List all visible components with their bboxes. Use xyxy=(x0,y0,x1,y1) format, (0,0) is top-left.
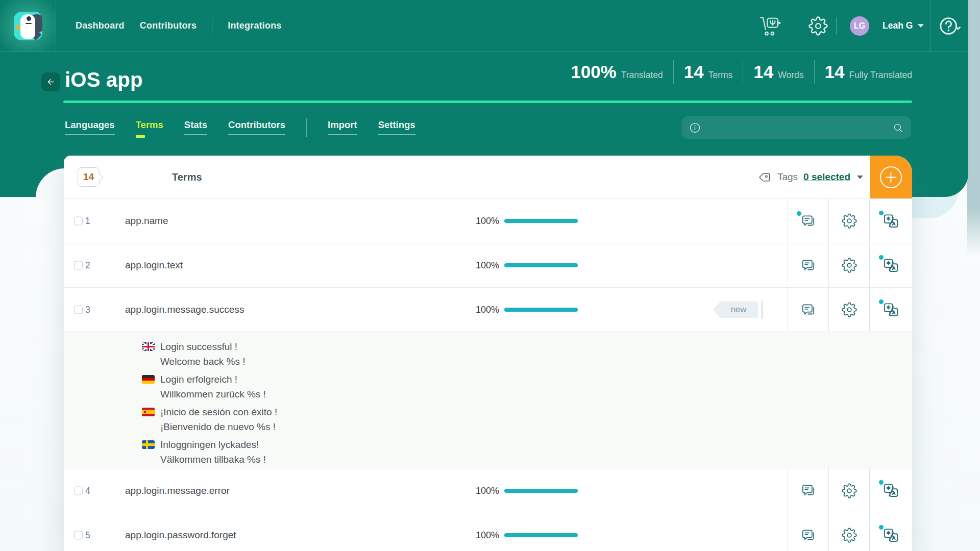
topbar: Dashboard Contributors Integrations LG L… xyxy=(0,0,968,52)
account-settings-button[interactable] xyxy=(808,16,828,36)
translation-item: ¡Inicio de sesión con éxito ! ¡Bienvenid… xyxy=(142,405,912,434)
term-progress-bar xyxy=(504,263,578,267)
nav-item-contributors[interactable]: Contributors xyxy=(140,20,197,31)
user-menu-caret-icon[interactable] xyxy=(918,24,924,28)
term-row[interactable]: 5 app.login.password.forget 100% xyxy=(64,513,912,551)
comments-icon xyxy=(800,528,816,543)
comments-icon xyxy=(800,483,816,498)
term-key[interactable]: app.login.message.error xyxy=(125,485,230,496)
term-settings-button[interactable] xyxy=(828,468,869,513)
tab-import[interactable]: Import xyxy=(328,119,357,135)
translation-line: Login successful ! xyxy=(160,339,245,354)
plus-icon xyxy=(879,165,903,189)
term-progress-bar xyxy=(504,219,578,223)
term-key[interactable]: app.login.message.success xyxy=(125,304,244,315)
nav-item-integrations[interactable]: Integrations xyxy=(228,20,281,31)
tags-filter[interactable]: Tags 0 selected xyxy=(758,156,863,198)
translations-button[interactable] xyxy=(869,243,912,287)
translation-line: ¡Bienvenido de nuevo %s ! xyxy=(160,419,277,434)
row-checkbox[interactable] xyxy=(74,531,83,540)
nav-item-dashboard[interactable]: Dashboard xyxy=(76,20,125,31)
row-checkbox[interactable] xyxy=(74,217,83,226)
translations-button[interactable] xyxy=(869,513,912,551)
user-name[interactable]: Leah G xyxy=(883,20,913,31)
gear-icon xyxy=(842,302,857,317)
comments-button[interactable] xyxy=(788,468,828,513)
search-icon[interactable] xyxy=(892,122,904,134)
parrot-logo-icon xyxy=(14,12,42,40)
search-input[interactable] xyxy=(706,122,887,133)
term-row[interactable]: 1 app.name 100% xyxy=(64,198,912,243)
topbar-divider xyxy=(836,17,837,35)
row-checkbox[interactable] xyxy=(74,261,83,270)
term-progress-percent: 100% xyxy=(476,260,499,271)
term-key[interactable]: app.name xyxy=(125,215,168,227)
row-index: 5 xyxy=(85,530,90,541)
terms-count-label: Terms xyxy=(172,171,202,183)
tab-settings[interactable]: Settings xyxy=(378,119,415,135)
translations-button[interactable] xyxy=(869,288,912,332)
translation-line: Welcome back %s ! xyxy=(160,354,245,369)
app-logo-button[interactable] xyxy=(0,0,56,52)
translation-line: Willkommen zurück %s ! xyxy=(160,387,266,402)
help-button[interactable] xyxy=(930,0,968,52)
gear-icon xyxy=(842,483,857,498)
add-term-button[interactable] xyxy=(870,156,912,198)
term-settings-button[interactable] xyxy=(828,243,869,287)
term-row[interactable]: 3 app.login.message.success 100% new xyxy=(64,287,912,332)
project-stats: 100%Translated 14Terms 14Words 14Fully T… xyxy=(571,60,912,84)
gear-icon xyxy=(842,213,857,229)
term-progress-bar xyxy=(504,308,578,312)
term-settings-button[interactable] xyxy=(828,513,869,551)
comments-button[interactable] xyxy=(788,199,828,243)
comments-button[interactable] xyxy=(788,513,828,551)
unread-comment-dot xyxy=(797,211,801,216)
cart-button[interactable] xyxy=(759,16,782,36)
translation-item: Login successful ! Welcome back %s ! xyxy=(142,339,912,369)
flag-icon xyxy=(142,408,155,416)
comments-icon xyxy=(800,302,816,318)
term-row[interactable]: 4 app.login.message.error 100% xyxy=(64,468,912,513)
comments-button[interactable] xyxy=(788,243,828,287)
tab-contributors[interactable]: Contributors xyxy=(228,119,285,135)
term-settings-button[interactable] xyxy=(828,199,869,243)
tabs-divider xyxy=(306,118,307,137)
stat-fully-translated: 14Fully Translated xyxy=(825,62,912,82)
term-settings-button[interactable] xyxy=(828,288,869,332)
translation-item: Login erfolgreich ! Willkommen zurück %s… xyxy=(142,372,912,402)
terms-count-badge: 14 xyxy=(78,167,100,187)
primary-nav: Dashboard Contributors Integrations xyxy=(76,0,282,52)
comments-button[interactable] xyxy=(788,288,828,332)
back-arrow-icon xyxy=(46,77,56,87)
term-key[interactable]: app.login.password.forget xyxy=(125,530,236,541)
back-button[interactable] xyxy=(41,72,60,91)
term-key[interactable]: app.login.text xyxy=(125,260,183,271)
translate-icon xyxy=(883,213,899,230)
translations-button[interactable] xyxy=(869,468,912,513)
stat-divider xyxy=(743,60,743,84)
tab-terms[interactable]: Terms xyxy=(136,119,163,138)
search-box xyxy=(681,116,911,139)
translation-line: Välkommen tillbaka %s ! xyxy=(160,452,266,467)
tags-selected-link[interactable]: 0 selected xyxy=(803,171,850,183)
gear-icon xyxy=(842,528,857,543)
nav-divider xyxy=(212,17,212,35)
term-row[interactable]: 2 app.login.text 100% xyxy=(64,243,912,287)
tab-languages[interactable]: Languages xyxy=(65,119,115,135)
stat-divider xyxy=(814,60,815,84)
cart-icon xyxy=(759,16,782,36)
translations-button[interactable] xyxy=(869,199,912,243)
background-accent-strip xyxy=(967,0,980,255)
row-checkbox[interactable] xyxy=(74,306,83,314)
tags-caret-icon xyxy=(857,176,863,179)
new-tag-badge: new xyxy=(713,302,758,318)
help-icon xyxy=(938,15,962,37)
new-tag-pole xyxy=(762,300,763,319)
row-checkbox[interactable] xyxy=(74,486,83,495)
row-index: 2 xyxy=(85,260,90,271)
avatar[interactable]: LG xyxy=(850,16,869,36)
gear-icon xyxy=(842,258,857,273)
terms-card-header: 14 Terms Tags 0 selected xyxy=(64,156,912,198)
tab-stats[interactable]: Stats xyxy=(184,119,207,135)
flag-icon xyxy=(142,440,155,449)
